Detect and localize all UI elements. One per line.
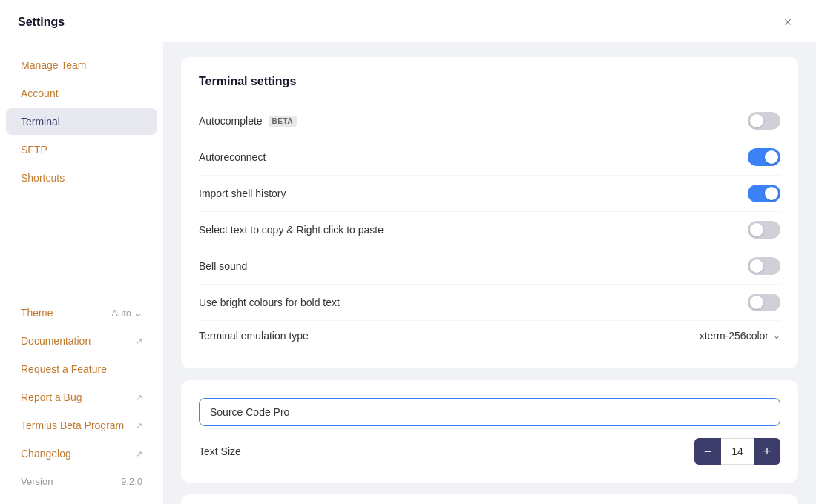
sidebar-item-terminal[interactable]: Terminal	[6, 108, 157, 135]
modal-body: Manage Team Account Terminal SFTP Shortc…	[0, 42, 816, 504]
select-copy-row: Select text to copy & Right click to pas…	[199, 212, 780, 248]
select-copy-label: Select text to copy & Right click to pas…	[199, 224, 384, 236]
autocomplete-slider	[748, 112, 780, 130]
autocomplete-label: Autocomplete BETA	[199, 115, 297, 127]
sidebar-item-report-bug[interactable]: Report a Bug ↗	[6, 384, 157, 411]
emulation-row: Terminal emulation type xterm-256color ⌄	[199, 321, 780, 351]
select-copy-toggle[interactable]	[748, 221, 780, 239]
bright-colours-toggle[interactable]	[748, 294, 780, 311]
font-card: Text Size − 14 +	[181, 380, 798, 483]
text-size-value: 14	[721, 438, 754, 465]
autoreconnect-label: Autoreconnect	[199, 151, 266, 163]
text-size-label: Text Size	[199, 445, 241, 457]
chevron-down-icon: ⌄	[134, 308, 142, 319]
bell-sound-slider	[748, 257, 780, 275]
import-shell-label: Import shell history	[199, 188, 286, 199]
emulation-label: Terminal emulation type	[199, 330, 309, 342]
import-shell-row: Import shell history	[199, 176, 780, 212]
import-shell-slider	[748, 185, 780, 202]
text-size-controls: − 14 +	[694, 438, 780, 465]
select-copy-slider	[748, 221, 780, 239]
autoreconnect-toggle[interactable]	[748, 148, 780, 166]
sidebar: Manage Team Account Terminal SFTP Shortc…	[0, 42, 163, 504]
bright-colours-slider	[748, 294, 780, 311]
sidebar-item-account[interactable]: Account	[6, 80, 157, 107]
sidebar-item-manage-team[interactable]: Manage Team	[6, 52, 157, 79]
terminal-settings-title: Terminal settings	[199, 75, 780, 88]
external-link-icon: ↗	[136, 336, 142, 346]
autoreconnect-slider	[748, 148, 780, 166]
external-link-icon: ↗	[136, 421, 142, 431]
bell-sound-row: Bell sound	[199, 248, 780, 285]
external-link-icon: ↗	[136, 449, 142, 459]
text-size-row: Text Size − 14 +	[199, 426, 780, 465]
bell-sound-toggle[interactable]	[748, 257, 780, 275]
bell-sound-label: Bell sound	[199, 260, 247, 272]
sidebar-version: Version 9.2.0	[6, 468, 157, 494]
terminal-settings-card: Terminal settings Autocomplete BETA Auto…	[181, 57, 798, 368]
chevron-down-icon: ⌄	[773, 331, 780, 341]
modal-title: Settings	[18, 16, 65, 29]
main-content: Terminal settings Autocomplete BETA Auto…	[163, 42, 816, 504]
import-shell-toggle[interactable]	[748, 185, 780, 202]
sidebar-item-request-feature[interactable]: Request a Feature	[6, 356, 157, 382]
settings-modal: Settings × Manage Team Account Terminal …	[0, 0, 816, 504]
external-link-icon: ↗	[136, 393, 142, 402]
increase-size-button[interactable]: +	[754, 438, 780, 465]
beta-badge: BETA	[269, 116, 297, 127]
autocomplete-row: Autocomplete BETA	[199, 103, 780, 139]
autocomplete-toggle[interactable]	[748, 112, 780, 130]
close-button[interactable]: ×	[777, 12, 798, 33]
font-input[interactable]	[199, 398, 780, 426]
sidebar-item-changelog[interactable]: Changelog ↗	[6, 440, 157, 467]
emulation-select[interactable]: xterm-256color ⌄	[700, 330, 780, 342]
modal-header: Settings ×	[0, 0, 816, 42]
bright-colours-label: Use bright colours for bold text	[199, 296, 340, 308]
autoreconnect-row: Autoreconnect	[199, 139, 780, 176]
sidebar-item-sftp[interactable]: SFTP	[6, 136, 157, 163]
sidebar-item-shortcuts[interactable]: Shortcuts	[6, 165, 157, 191]
sidebar-item-documentation[interactable]: Documentation ↗	[6, 328, 157, 354]
decrease-size-button[interactable]: −	[694, 438, 721, 465]
bright-colours-row: Use bright colours for bold text	[199, 285, 780, 321]
sidebar-spacer	[0, 192, 163, 299]
sidebar-item-termius-beta[interactable]: Termius Beta Program ↗	[6, 412, 157, 439]
terminal-theme-card: Terminal theme	[181, 494, 798, 504]
sidebar-item-theme[interactable]: Theme Auto ⌄	[6, 299, 157, 326]
